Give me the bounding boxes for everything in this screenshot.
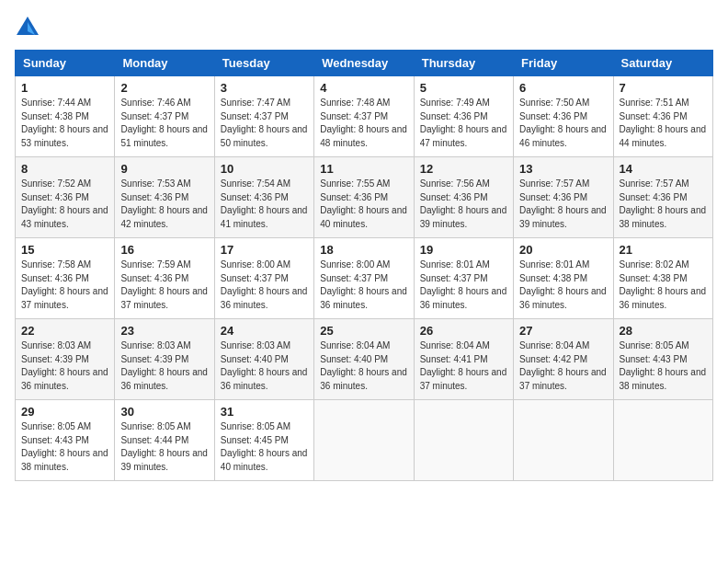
sunrise-label: Sunrise: 7:47 AM	[221, 98, 290, 108]
calendar-cell: 21 Sunrise: 8:02 AM Sunset: 4:38 PM Dayl…	[613, 238, 712, 319]
day-number: 2	[120, 81, 208, 95]
sunset-label: Sunset: 4:36 PM	[519, 111, 587, 121]
sunrise-label: Sunrise: 7:49 AM	[420, 98, 490, 108]
day-number: 25	[320, 324, 407, 338]
sunset-label: Sunset: 4:40 PM	[221, 354, 289, 364]
calendar-cell	[314, 400, 414, 481]
sunrise-label: Sunrise: 7:53 AM	[120, 178, 190, 189]
sunset-label: Sunset: 4:39 PM	[21, 354, 89, 364]
calendar-cell: 2 Sunrise: 7:46 AM Sunset: 4:37 PM Dayli…	[115, 76, 214, 157]
cell-info: Sunrise: 8:04 AM Sunset: 4:40 PM Dayligh…	[320, 339, 407, 393]
daylight-label: Daylight: 8 hours and 40 minutes.	[221, 448, 308, 472]
logo	[15, 15, 44, 40]
daylight-label: Daylight: 8 hours and 42 minutes.	[120, 205, 208, 229]
sunset-label: Sunset: 4:37 PM	[221, 111, 289, 121]
sunrise-label: Sunrise: 8:03 AM	[120, 340, 190, 350]
calendar-cell: 13 Sunrise: 7:57 AM Sunset: 4:36 PM Dayl…	[514, 157, 613, 238]
day-number: 4	[320, 81, 407, 95]
sunrise-label: Sunrise: 7:59 AM	[120, 259, 190, 270]
cell-info: Sunrise: 8:01 AM Sunset: 4:37 PM Dayligh…	[420, 259, 507, 312]
daylight-label: Daylight: 8 hours and 38 minutes.	[21, 448, 108, 472]
weekday-header-saturday: Saturday	[613, 51, 712, 76]
sunrise-label: Sunrise: 8:03 AM	[21, 340, 91, 350]
daylight-label: Daylight: 8 hours and 38 minutes.	[620, 367, 707, 391]
day-number: 29	[21, 405, 108, 419]
daylight-label: Daylight: 8 hours and 46 minutes.	[519, 124, 607, 148]
cell-info: Sunrise: 7:59 AM Sunset: 4:36 PM Dayligh…	[120, 259, 208, 312]
calendar-cell: 27 Sunrise: 8:04 AM Sunset: 4:42 PM Dayl…	[514, 319, 613, 400]
day-number: 24	[221, 324, 308, 338]
cell-info: Sunrise: 8:00 AM Sunset: 4:37 PM Dayligh…	[320, 259, 407, 312]
cell-info: Sunrise: 8:05 AM Sunset: 4:45 PM Dayligh…	[221, 420, 308, 474]
sunrise-label: Sunrise: 8:05 AM	[21, 421, 91, 431]
day-number: 3	[221, 81, 308, 95]
calendar-cell: 15 Sunrise: 7:58 AM Sunset: 4:36 PM Dayl…	[16, 238, 115, 319]
cell-info: Sunrise: 8:03 AM Sunset: 4:40 PM Dayligh…	[221, 339, 308, 393]
sunrise-label: Sunrise: 8:05 AM	[221, 421, 290, 431]
calendar-cell	[613, 400, 712, 481]
day-number: 16	[120, 243, 208, 257]
day-number: 6	[519, 81, 607, 95]
calendar-cell: 29 Sunrise: 8:05 AM Sunset: 4:43 PM Dayl…	[16, 400, 115, 481]
sunset-label: Sunset: 4:40 PM	[320, 354, 388, 364]
sunset-label: Sunset: 4:38 PM	[620, 273, 688, 283]
weekday-header-monday: Monday	[115, 51, 214, 76]
daylight-label: Daylight: 8 hours and 37 minutes.	[120, 286, 208, 310]
calendar: SundayMondayTuesdayWednesdayThursdayFrid…	[15, 50, 713, 481]
sunset-label: Sunset: 4:37 PM	[320, 273, 388, 283]
calendar-cell: 31 Sunrise: 8:05 AM Sunset: 4:45 PM Dayl…	[214, 400, 313, 481]
logo-icon	[15, 15, 40, 40]
sunrise-label: Sunrise: 8:01 AM	[519, 259, 589, 270]
daylight-label: Daylight: 8 hours and 36 minutes.	[519, 286, 607, 310]
cell-info: Sunrise: 8:03 AM Sunset: 4:39 PM Dayligh…	[21, 339, 108, 393]
sunrise-label: Sunrise: 7:58 AM	[21, 259, 91, 270]
day-number: 19	[420, 243, 507, 257]
sunrise-label: Sunrise: 8:05 AM	[120, 421, 190, 431]
calendar-cell: 5 Sunrise: 7:49 AM Sunset: 4:36 PM Dayli…	[414, 76, 513, 157]
day-number: 7	[620, 81, 707, 95]
calendar-cell: 11 Sunrise: 7:55 AM Sunset: 4:36 PM Dayl…	[314, 157, 414, 238]
daylight-label: Daylight: 8 hours and 36 minutes.	[620, 286, 707, 310]
sunrise-label: Sunrise: 7:48 AM	[320, 98, 390, 108]
sunrise-label: Sunrise: 8:03 AM	[221, 340, 290, 350]
sunrise-label: Sunrise: 8:00 AM	[221, 259, 290, 270]
sunset-label: Sunset: 4:36 PM	[420, 111, 488, 121]
day-number: 14	[620, 162, 707, 176]
calendar-cell: 23 Sunrise: 8:03 AM Sunset: 4:39 PM Dayl…	[115, 319, 214, 400]
daylight-label: Daylight: 8 hours and 39 minutes.	[120, 448, 208, 472]
calendar-cell: 30 Sunrise: 8:05 AM Sunset: 4:44 PM Dayl…	[115, 400, 214, 481]
calendar-cell: 1 Sunrise: 7:44 AM Sunset: 4:38 PM Dayli…	[16, 76, 115, 157]
day-number: 9	[120, 162, 208, 176]
day-number: 17	[221, 243, 308, 257]
sunset-label: Sunset: 4:36 PM	[420, 192, 488, 202]
cell-info: Sunrise: 8:02 AM Sunset: 4:38 PM Dayligh…	[620, 259, 707, 312]
calendar-cell: 6 Sunrise: 7:50 AM Sunset: 4:36 PM Dayli…	[514, 76, 613, 157]
daylight-label: Daylight: 8 hours and 51 minutes.	[120, 124, 208, 148]
cell-info: Sunrise: 7:53 AM Sunset: 4:36 PM Dayligh…	[120, 178, 208, 231]
calendar-cell: 22 Sunrise: 8:03 AM Sunset: 4:39 PM Dayl…	[16, 319, 115, 400]
sunrise-label: Sunrise: 7:44 AM	[21, 98, 91, 108]
daylight-label: Daylight: 8 hours and 44 minutes.	[620, 124, 707, 148]
sunset-label: Sunset: 4:43 PM	[21, 435, 89, 445]
cell-info: Sunrise: 7:57 AM Sunset: 4:36 PM Dayligh…	[620, 178, 707, 231]
sunrise-label: Sunrise: 7:52 AM	[21, 178, 91, 189]
day-number: 15	[21, 243, 108, 257]
sunset-label: Sunset: 4:36 PM	[620, 111, 688, 121]
day-number: 31	[221, 405, 308, 419]
cell-info: Sunrise: 8:01 AM Sunset: 4:38 PM Dayligh…	[519, 259, 607, 312]
calendar-cell	[514, 400, 613, 481]
weekday-header-tuesday: Tuesday	[214, 51, 313, 76]
daylight-label: Daylight: 8 hours and 37 minutes.	[420, 367, 507, 391]
sunset-label: Sunset: 4:36 PM	[21, 192, 89, 202]
sunset-label: Sunset: 4:36 PM	[320, 192, 388, 202]
calendar-cell: 18 Sunrise: 8:00 AM Sunset: 4:37 PM Dayl…	[314, 238, 414, 319]
daylight-label: Daylight: 8 hours and 36 minutes.	[320, 367, 407, 391]
daylight-label: Daylight: 8 hours and 40 minutes.	[320, 205, 407, 229]
sunrise-label: Sunrise: 7:55 AM	[320, 178, 390, 189]
sunrise-label: Sunrise: 8:01 AM	[420, 259, 490, 270]
cell-info: Sunrise: 8:05 AM Sunset: 4:44 PM Dayligh…	[120, 420, 208, 474]
daylight-label: Daylight: 8 hours and 36 minutes.	[420, 286, 507, 310]
sunset-label: Sunset: 4:37 PM	[120, 111, 188, 121]
day-number: 11	[320, 162, 407, 176]
calendar-cell: 16 Sunrise: 7:59 AM Sunset: 4:36 PM Dayl…	[115, 238, 214, 319]
